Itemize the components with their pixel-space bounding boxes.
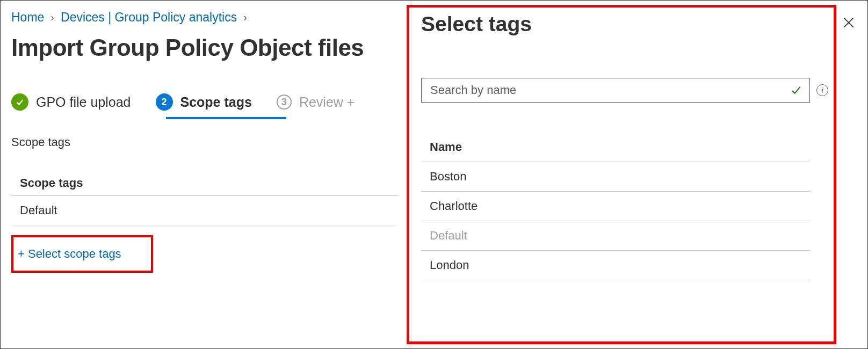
select-scope-tags-highlight: + Select scope tags: [11, 235, 153, 273]
check-icon: [11, 93, 28, 111]
chevron-right-icon: ›: [243, 11, 247, 24]
step-number-icon: 2: [156, 93, 173, 111]
breadcrumb-home[interactable]: Home: [11, 10, 44, 25]
wizard-step-gpo-upload[interactable]: GPO file upload: [11, 93, 131, 111]
flyout-highlight-border: [407, 5, 836, 344]
section-heading: Scope tags: [11, 135, 398, 149]
wizard-step-label: Review +: [299, 94, 355, 110]
step-number-icon: 3: [277, 94, 292, 110]
wizard-steps: GPO file upload 2 Scope tags 3 Review +: [11, 93, 398, 111]
breadcrumb: Home › Devices | Group Policy analytics …: [11, 10, 398, 25]
wizard-step-label: Scope tags: [180, 94, 252, 110]
table-row[interactable]: Default: [11, 196, 398, 226]
wizard-step-review[interactable]: 3 Review +: [277, 94, 355, 110]
active-step-underline: [166, 117, 286, 119]
main-panel: Home › Devices | Group Policy analytics …: [1, 1, 409, 348]
close-icon: [842, 16, 856, 30]
select-scope-tags-link[interactable]: + Select scope tags: [18, 247, 121, 260]
scope-tags-table: Scope tags Default: [11, 171, 398, 226]
wizard-step-scope-tags[interactable]: 2 Scope tags: [156, 93, 252, 111]
breadcrumb-devices[interactable]: Devices | Group Policy analytics: [61, 10, 237, 25]
close-button[interactable]: [838, 12, 859, 35]
column-header-scope-tags[interactable]: Scope tags: [11, 171, 398, 196]
page-title: Import Group Policy Object files: [11, 34, 398, 61]
wizard-step-label: GPO file upload: [36, 94, 131, 110]
chevron-right-icon: ›: [50, 11, 54, 24]
